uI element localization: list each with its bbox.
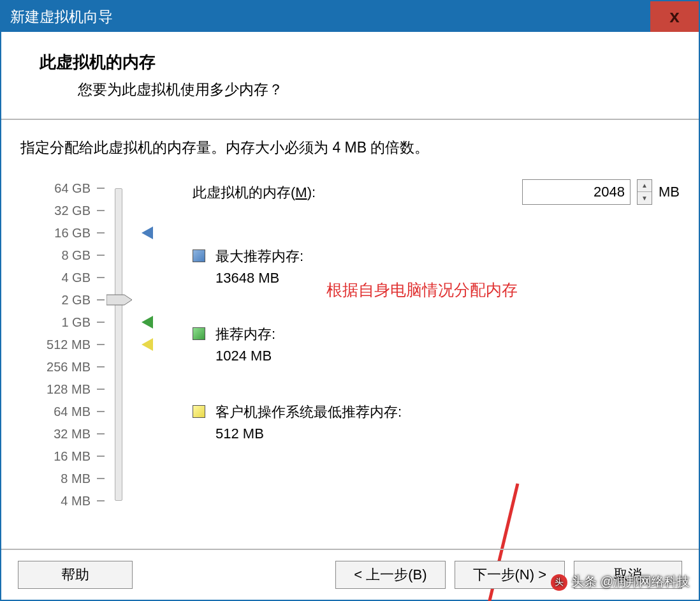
button-bar: 帮助 < 上一步(B) 下一步(N) > 取消 xyxy=(1,549,699,600)
close-button[interactable]: x xyxy=(650,1,699,32)
help-button[interactable]: 帮助 xyxy=(18,561,133,589)
green-swatch-icon xyxy=(193,327,205,340)
slider-tick-label: 256 MB xyxy=(47,360,91,375)
info-column: 此虚拟机的内存(M): ▲ ▼ MB 最大推荐内存: xyxy=(161,183,680,442)
min-memory-pointer-icon xyxy=(142,338,153,351)
memory-slider[interactable]: 64 GB32 GB16 GB8 GB4 GB2 GB1 GB512 MB256… xyxy=(20,183,161,508)
page-title: 此虚拟机的内存 xyxy=(40,51,699,73)
slider-tick-mark xyxy=(97,389,105,390)
wizard-window: 新建虚拟机向导 x 此虚拟机的内存 您要为此虚拟机使用多少内存？ 指定分配给此虚… xyxy=(0,0,700,601)
slider-tick-mark xyxy=(97,322,105,323)
header-area: 此虚拟机的内存 您要为此虚拟机使用多少内存？ xyxy=(1,32,699,120)
slider-tick-label: 64 GB xyxy=(54,181,91,196)
max-memory-label: 最大推荐内存: xyxy=(215,247,303,266)
yellow-swatch-icon xyxy=(193,405,205,418)
page-subtitle: 您要为此虚拟机使用多少内存？ xyxy=(40,80,699,100)
slider-tick-mark xyxy=(97,456,105,457)
slider-tick-label: 8 MB xyxy=(61,471,91,486)
slider-tick-label: 32 GB xyxy=(54,204,91,218)
slider-tick-label: 32 MB xyxy=(54,427,91,441)
rec-memory-label: 推荐内存: xyxy=(215,325,275,344)
slider-tick-label: 2 GB xyxy=(61,293,91,308)
min-memory-info: 客户机操作系统最低推荐内存: 512 MB xyxy=(193,403,680,442)
max-memory-value: 13648 MB xyxy=(215,270,303,286)
rec-memory-pointer-icon xyxy=(142,316,153,329)
annotation-text: 根据自身电脑情况分配内存 xyxy=(326,279,518,300)
slider-tick-label: 8 GB xyxy=(61,248,91,263)
slider-tick-label: 512 MB xyxy=(47,338,91,352)
slider-tick-label: 64 MB xyxy=(54,404,91,419)
rec-memory-value: 1024 MB xyxy=(215,348,275,364)
slider-tick-mark xyxy=(97,500,105,501)
slider-tick-label: 16 GB xyxy=(54,226,91,241)
slider-tick-mark xyxy=(97,255,105,256)
slider-tick-label: 128 MB xyxy=(47,382,91,397)
next-button[interactable]: 下一步(N) > xyxy=(455,561,565,589)
slider-tick-mark xyxy=(97,299,105,300)
cancel-button[interactable]: 取消 xyxy=(574,561,682,589)
min-memory-label: 客户机操作系统最低推荐内存: xyxy=(215,403,402,422)
memory-unit: MB xyxy=(659,184,680,200)
memory-spinner: ▲ ▼ xyxy=(637,179,652,205)
max-memory-pointer-icon xyxy=(142,226,153,239)
slider-tick-mark xyxy=(97,433,105,434)
rec-memory-info: 推荐内存: 1024 MB xyxy=(193,325,680,364)
blue-swatch-icon xyxy=(193,249,205,262)
slider-tick-mark xyxy=(97,277,105,278)
slider-track[interactable] xyxy=(115,188,122,501)
back-button[interactable]: < 上一步(B) xyxy=(335,561,445,589)
memory-spin-up[interactable]: ▲ xyxy=(638,180,652,192)
slider-tick-label: 4 MB xyxy=(61,494,91,508)
slider-tick-mark xyxy=(97,411,105,412)
memory-input[interactable] xyxy=(522,179,631,205)
content-area: 指定分配给此虚拟机的内存量。内存大小必须为 4 MB 的倍数。 64 GB32 … xyxy=(1,120,699,579)
slider-tick-mark xyxy=(97,232,105,234)
memory-spin-down[interactable]: ▼ xyxy=(638,192,652,204)
close-icon: x xyxy=(669,6,680,27)
slider-tick-label: 1 GB xyxy=(61,315,91,330)
slider-tick-mark xyxy=(97,366,105,367)
titlebar: 新建虚拟机向导 x xyxy=(1,1,699,32)
instruction-text: 指定分配给此虚拟机的内存量。内存大小必须为 4 MB 的倍数。 xyxy=(20,138,680,158)
slider-tick-mark xyxy=(97,478,105,479)
slider-tick-label: 4 GB xyxy=(61,271,91,285)
memory-field-label: 此虚拟机的内存(M): xyxy=(193,183,316,202)
min-memory-value: 512 MB xyxy=(215,426,402,442)
slider-tick-mark xyxy=(97,344,105,345)
window-title: 新建虚拟机向导 xyxy=(10,7,113,27)
slider-tick-mark xyxy=(97,188,105,189)
slider-tick-mark xyxy=(97,210,105,211)
slider-tick-label: 16 MB xyxy=(54,449,91,464)
